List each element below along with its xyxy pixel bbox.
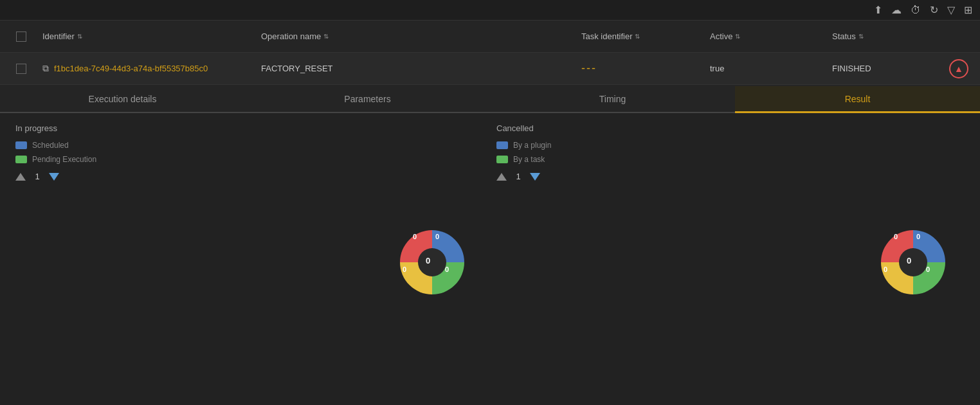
in-progress-stepper: 1 <box>15 172 368 181</box>
operation-name-label: Operation name <box>261 32 321 41</box>
grid-icon[interactable]: ⊞ <box>964 4 972 16</box>
cancelled-task-color <box>496 156 508 163</box>
tab-parameters[interactable]: Parameters <box>245 86 490 113</box>
cancelled-pie-val-br: 0 <box>926 266 930 273</box>
row-status-value: FINISHED <box>832 64 871 73</box>
export-icon[interactable]: ⬆ <box>874 4 882 16</box>
active-col-header: Active ⇅ <box>705 32 827 41</box>
row-identifier-col: ⧉ f1bc1dea-7c49-44d3-a74a-bf55357b85c0 <box>37 63 256 74</box>
select-all-col <box>5 32 37 42</box>
row-identifier-value: f1bc1dea-7c49-44d3-a74a-bf55357b85c0 <box>54 64 208 73</box>
task-id-col-header: Task identifier ⇅ <box>576 32 705 41</box>
refresh-icon[interactable]: ↻ <box>930 4 938 16</box>
cancelled-pie-svg <box>875 224 952 301</box>
cancelled-stepper: 1 <box>496 172 849 181</box>
filter-icon[interactable]: ▽ <box>947 4 955 16</box>
task-id-sort-icon[interactable]: ⇅ <box>635 33 640 40</box>
stepper-value-in-progress: 1 <box>31 172 44 181</box>
status-sort-icon[interactable]: ⇅ <box>858 33 864 40</box>
status-label: Status <box>832 32 856 41</box>
tab-timing[interactable]: Timing <box>490 86 735 113</box>
identifier-sort-icon[interactable]: ⇅ <box>77 33 82 40</box>
active-sort-icon[interactable]: ⇅ <box>735 33 740 40</box>
stepper-up-in-progress[interactable] <box>15 173 26 181</box>
stepper-down-cancelled[interactable] <box>530 173 540 181</box>
in-progress-pie: 0 0 0 0 0 <box>394 224 471 301</box>
in-progress-legend-scheduled: Scheduled <box>15 141 368 150</box>
row-check-col <box>5 64 37 74</box>
cancelled-title: Cancelled <box>496 123 849 133</box>
active-label: Active <box>710 32 732 41</box>
cancelled-legend-plugin: By a plugin <box>496 141 849 150</box>
stepper-down-in-progress[interactable] <box>49 173 59 181</box>
row-checkbox[interactable] <box>16 64 26 74</box>
pie-in-progress-val-br: 0 <box>445 266 449 273</box>
in-progress-chart: 0 0 0 0 0 <box>381 123 484 401</box>
cancelled-chart: 0 0 0 0 0 <box>862 123 965 401</box>
stepper-value-cancelled: 1 <box>512 172 525 181</box>
row-opname-col: FACTORY_RESET <box>256 64 576 73</box>
row-active-value: true <box>710 64 724 73</box>
stepper-up-cancelled[interactable] <box>496 173 507 181</box>
pending-label: Pending Execution <box>32 155 96 164</box>
row-opname-value: FACTORY_RESET <box>261 64 333 73</box>
pie-in-progress-val-tl: 0 <box>413 233 417 240</box>
in-progress-pie-svg <box>394 224 471 301</box>
in-progress-section: In progress Scheduled Pending Execution … <box>15 123 368 401</box>
row-taskid-value: --- <box>581 62 597 75</box>
table-row: ⧉ f1bc1dea-7c49-44d3-a74a-bf55357b85c0 F… <box>0 53 980 85</box>
cancelled-task-label: By a task <box>513 155 545 164</box>
tab-result[interactable]: Result <box>735 86 980 113</box>
cancelled-plugin-color <box>496 141 508 149</box>
row-expand-col: ▲ <box>943 59 975 78</box>
cancelled-pie-val-tl: 0 <box>894 233 898 240</box>
top-toolbar: ⬆ ☁ ⏱ ↻ ▽ ⊞ <box>0 0 980 21</box>
operation-name-col-header: Operation name ⇅ <box>256 32 576 41</box>
table-header: Identifier ⇅ Operation name ⇅ Task ident… <box>0 21 980 53</box>
scheduled-color <box>15 141 27 149</box>
cancelled-pie: 0 0 0 0 0 <box>875 224 952 301</box>
cancelled-section: Cancelled By a plugin By a task 1 <box>496 123 849 401</box>
identifier-label: Identifier <box>42 32 75 41</box>
scheduled-label: Scheduled <box>32 141 69 150</box>
in-progress-title: In progress <box>15 123 368 133</box>
tab-execution-details[interactable]: Execution details <box>0 86 245 113</box>
pie-in-progress-val-bl: 0 <box>403 266 406 273</box>
expand-button[interactable]: ▲ <box>949 59 968 78</box>
row-active-col: true <box>705 64 827 73</box>
result-content: In progress Scheduled Pending Execution … <box>0 113 980 405</box>
operation-name-sort-icon[interactable]: ⇅ <box>323 33 329 40</box>
svg-point-0 <box>418 248 446 276</box>
cancelled-pie-val-bl: 0 <box>884 266 887 273</box>
clock-icon[interactable]: ⏱ <box>911 4 921 16</box>
row-status-col: FINISHED <box>827 64 943 73</box>
copy-icon[interactable]: ⧉ <box>42 63 49 74</box>
task-id-label: Task identifier <box>581 32 632 41</box>
cancelled-pie-val-tr: 0 <box>916 233 920 240</box>
cancelled-pie-center: 0 <box>907 256 911 266</box>
svg-point-1 <box>899 248 927 276</box>
pie-in-progress-val-tr: 0 <box>435 233 439 240</box>
identifier-col-header: Identifier ⇅ <box>37 32 256 41</box>
cancelled-plugin-label: By a plugin <box>513 141 551 150</box>
pending-color <box>15 156 27 163</box>
sub-tabs: Execution details Parameters Timing Resu… <box>0 85 980 113</box>
cancelled-legend-task: By a task <box>496 155 849 164</box>
select-all-checkbox[interactable] <box>16 32 26 42</box>
cloud-icon[interactable]: ☁ <box>891 4 902 16</box>
pie-in-progress-center: 0 <box>426 256 430 266</box>
row-taskid-col: --- <box>576 62 705 75</box>
status-col-header: Status ⇅ <box>827 32 943 41</box>
in-progress-legend-pending: Pending Execution <box>15 155 368 164</box>
